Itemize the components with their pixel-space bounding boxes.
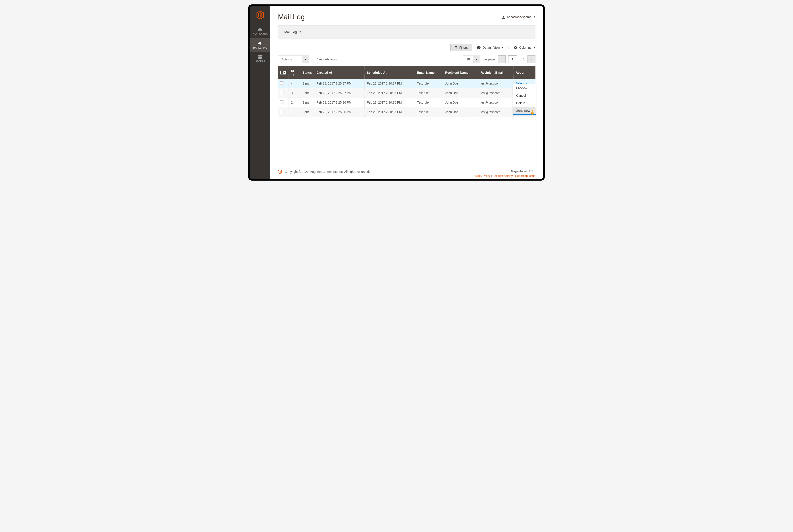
sidebar-item-label: MARKETING xyxy=(253,47,267,49)
account-activity-link[interactable]: Account Activity xyxy=(493,174,513,177)
filters-button[interactable]: Filters xyxy=(450,44,472,51)
stores-icon xyxy=(250,54,270,59)
next-page-button[interactable]: › xyxy=(527,55,536,63)
cell-created-at: Feb 28, 2017 2:25:36 PM xyxy=(314,107,364,117)
cell-status: Sent xyxy=(300,107,314,117)
default-view-label: Default View xyxy=(483,46,500,49)
magento-logo-icon xyxy=(278,170,282,174)
mail-log-table: ▼ ID ↑ Status Created At Scheduled At Em… xyxy=(278,66,536,117)
cell-email-name: Test rule xyxy=(414,79,443,88)
col-header-checkbox[interactable]: ▼ xyxy=(278,66,289,79)
cell-email-name: Test rule xyxy=(414,107,443,117)
select-all-checkbox[interactable]: ▼ xyxy=(280,71,286,75)
records-found: 4 records found xyxy=(317,58,338,61)
page-of-label: of 1 xyxy=(520,58,525,61)
caret-down-icon: ▼ xyxy=(475,58,478,61)
privacy-policy-link[interactable]: Privacy Policy xyxy=(472,174,490,177)
actions-toggle[interactable]: ▼ xyxy=(302,56,309,63)
col-header-id[interactable]: ID ↑ xyxy=(289,66,300,79)
cell-status: Sent xyxy=(300,98,314,107)
row-action-menu: Preview Cancel Delete Send now xyxy=(513,84,536,115)
table-row[interactable]: 1 Sent Feb 28, 2017 2:25:36 PM Feb 28, 2… xyxy=(278,107,536,117)
user-menu[interactable]: aheadworksdemo ▼ xyxy=(502,15,536,19)
scope-switcher[interactable]: Mail Log ▼ xyxy=(284,30,301,34)
cell-created-at: Feb 28, 2017 2:25:36 PM xyxy=(314,98,364,107)
col-header-action[interactable]: Action xyxy=(513,66,536,79)
cell-scheduled-at: Feb 28, 2017 2:30:36 PM xyxy=(364,98,414,107)
cell-recipient-email: test@test.com xyxy=(478,79,513,88)
cell-id: 4 xyxy=(289,79,300,88)
col-header-email-name[interactable]: Email Name xyxy=(414,66,443,79)
cell-status: Sent xyxy=(300,88,314,98)
sidebar-item-stores[interactable]: STORES xyxy=(250,52,270,65)
cell-id: 2 xyxy=(289,98,300,107)
per-page-value: 20 xyxy=(463,56,473,63)
chevron-right-icon: › xyxy=(531,58,532,61)
row-checkbox[interactable] xyxy=(280,100,284,104)
per-page-label: per page xyxy=(483,58,495,61)
cell-scheduled-at: Feb 28, 2017 2:30:37 PM xyxy=(364,79,414,88)
actions-dropdown[interactable]: Actions ▼ xyxy=(278,56,309,63)
action-cancel[interactable]: Cancel xyxy=(513,92,536,99)
cell-created-at: Feb 28, 2017 2:25:37 PM xyxy=(314,88,364,98)
copyright-text: Copyright © 2022 Magento Commerce Inc. A… xyxy=(285,170,370,173)
gear-icon xyxy=(514,45,518,50)
col-header-scheduled-at[interactable]: Scheduled At xyxy=(364,66,414,79)
footer-brand: Magento xyxy=(511,170,523,173)
action-delete[interactable]: Delete xyxy=(513,99,536,107)
dashboard-icon xyxy=(250,28,270,32)
cell-recipient-name: John Doe xyxy=(443,107,478,117)
megaphone-icon xyxy=(250,41,270,45)
cell-recipient-email: test@test.com xyxy=(478,98,513,107)
sidebar-item-dashboard[interactable]: DASHBOARD xyxy=(250,25,270,38)
caret-down-icon: ▼ xyxy=(284,72,286,74)
cell-recipient-email: test@test.com xyxy=(478,107,513,117)
footer-version: ver. 2.3.5 xyxy=(523,170,536,173)
sidebar-item-marketing[interactable]: MARKETING xyxy=(250,38,270,52)
user-icon xyxy=(502,15,505,19)
report-issue-link[interactable]: Report an Issue xyxy=(515,174,536,177)
col-header-created-at[interactable]: Created At xyxy=(314,66,364,79)
page-input[interactable] xyxy=(508,55,517,63)
columns-button[interactable]: Columns ▼ xyxy=(514,44,536,51)
row-checkbox[interactable] xyxy=(280,81,284,85)
action-send-now[interactable]: Send now xyxy=(513,107,536,114)
sort-asc-icon: ↑ xyxy=(293,73,294,76)
caret-down-icon: ▼ xyxy=(502,46,504,49)
cell-recipient-name: John Doe xyxy=(443,88,478,98)
funnel-icon xyxy=(454,46,458,49)
table-row[interactable]: 2 Sent Feb 28, 2017 2:25:36 PM Feb 28, 2… xyxy=(278,98,536,107)
cell-email-name: Test rule xyxy=(414,88,443,98)
sidebar-item-label: STORES xyxy=(255,60,265,63)
col-header-recipient-name[interactable]: Recipient Name xyxy=(443,66,478,79)
cell-recipient-name: John Doe xyxy=(443,98,478,107)
row-checkbox[interactable] xyxy=(280,110,284,113)
sidebar-item-label: DASHBOARD xyxy=(253,33,268,36)
checkbox-fill xyxy=(281,71,284,74)
per-page-toggle[interactable]: ▼ xyxy=(473,56,480,63)
cell-scheduled-at: Feb 28, 2017 2:30:36 PM xyxy=(364,107,414,117)
col-header-recipient-email[interactable]: Recipient Email xyxy=(478,66,513,79)
table-row[interactable]: 4 Sent Feb 28, 2017 2:25:37 PM Feb 28, 2… xyxy=(278,79,536,88)
magento-logo-icon xyxy=(255,10,265,20)
filters-label: Filters xyxy=(459,46,468,49)
prev-page-button[interactable]: ‹ xyxy=(498,55,506,63)
default-view-button[interactable]: Default View ▼ xyxy=(476,44,504,51)
scope-bar: Mail Log ▼ xyxy=(278,25,536,38)
cell-status: Sent xyxy=(300,79,314,88)
cell-created-at: Feb 28, 2017 2:25:37 PM xyxy=(314,79,364,88)
sidebar: DASHBOARD MARKETING STORES xyxy=(250,6,270,179)
action-preview[interactable]: Preview xyxy=(513,84,536,92)
columns-label: Columns xyxy=(519,46,531,49)
table-row[interactable]: 3 Sent Feb 28, 2017 2:25:37 PM Feb 28, 2… xyxy=(278,88,536,98)
cell-scheduled-at: Feb 28, 2017 2:30:37 PM xyxy=(364,88,414,98)
cell-recipient-name: John Doe xyxy=(443,79,478,88)
caret-down-icon: ▼ xyxy=(533,46,536,49)
row-checkbox[interactable] xyxy=(280,91,284,94)
user-name: aheadworksdemo xyxy=(507,15,532,19)
caret-down-icon: ▼ xyxy=(305,58,307,61)
col-header-status[interactable]: Status xyxy=(300,66,314,79)
divider: | xyxy=(508,46,509,49)
cell-id: 1 xyxy=(289,107,300,117)
chevron-left-icon: ‹ xyxy=(501,58,502,61)
